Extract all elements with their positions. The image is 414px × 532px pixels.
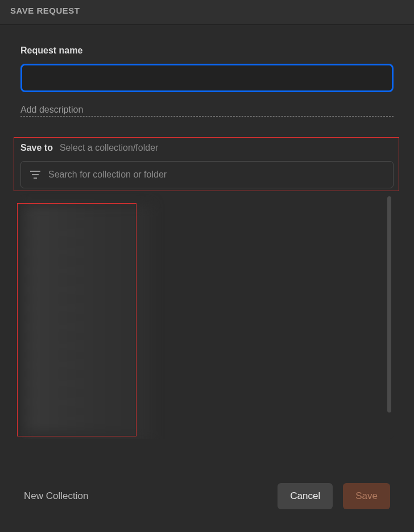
list-item [27,394,144,411]
dialog-footer: New Collection Cancel Save [0,467,414,532]
list-item [27,375,144,392]
save-to-section: Save to Select a collection/folder [20,143,394,439]
list-item [27,225,144,242]
collection-list[interactable] [20,193,394,439]
redacted-collection-items [20,204,151,439]
list-item [27,281,144,298]
list-item [27,413,144,430]
scrollbar[interactable] [387,196,391,413]
save-to-header: Save to Select a collection/folder [20,143,394,153]
request-name-input[interactable] [20,64,394,92]
dialog-header: SAVE REQUEST [0,0,414,25]
request-name-label: Request name [20,46,394,56]
list-item [27,262,144,279]
save-request-dialog: SAVE REQUEST Request name Add descriptio… [0,0,414,532]
list-item [27,244,144,261]
save-to-label: Save to [20,143,53,153]
cancel-button[interactable]: Cancel [278,483,333,509]
list-item [27,206,144,223]
list-item [27,356,144,373]
add-description-link[interactable]: Add description [20,105,394,117]
collection-search-wrapper[interactable] [20,161,394,188]
list-item [27,319,144,336]
save-to-hint: Select a collection/folder [60,143,158,153]
save-button[interactable]: Save [343,483,390,509]
collection-list-area [20,193,394,439]
filter-icon [30,171,40,179]
new-collection-link[interactable]: New Collection [24,490,88,502]
dialog-title: SAVE REQUEST [10,6,404,15]
dialog-body: Request name Add description Save to Sel… [0,25,414,467]
list-item [27,300,144,317]
list-item [27,337,144,354]
collection-search-input[interactable] [48,170,384,180]
